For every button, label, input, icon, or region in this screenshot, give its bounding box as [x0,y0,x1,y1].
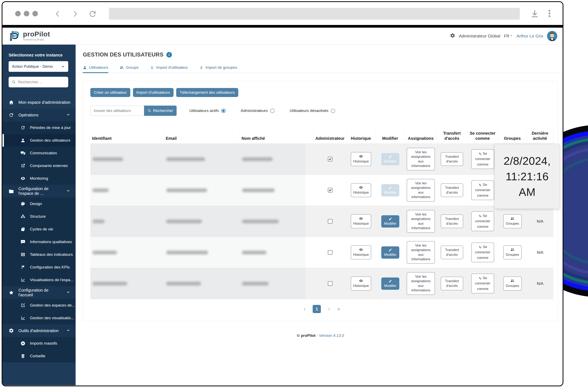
instance-select[interactable]: Action Publique - Demo [9,61,68,72]
blurred-nom-affiche [242,220,279,223]
se-connecter-comme-button[interactable]: Seconnectercomme [471,180,494,200]
sidebar-item-configuration-de-l-espace-de[interactable]: Configuration de l'espace de ... [2,185,75,197]
address-bar[interactable] [109,8,520,20]
admin-checkbox[interactable] [328,219,333,224]
sidebar-item-composants-externes[interactable]: Composants externes [2,160,75,172]
table-row: HistoriqueModifierVoir les assignations … [90,237,553,268]
pagination-prev[interactable]: ‹ [304,306,305,312]
assignations-button[interactable]: Voir les assignations aux informations [407,148,435,170]
tab-groups[interactable]: Groups [120,65,139,73]
forward-icon[interactable] [71,9,79,18]
modifier-button[interactable]: Modifier [381,277,399,290]
assignations-button[interactable]: Voir les assignations aux informations [407,210,435,232]
info-icon[interactable]: i [166,52,172,58]
eye-icon [21,176,25,181]
pagination-last[interactable]: » [337,306,340,312]
transfert-acces-button[interactable]: Transfert d'accès [441,246,463,259]
sidebar-item-cycles-de-vie[interactable]: Cycles de vie [2,223,75,235]
window-dot[interactable] [24,11,29,16]
sidebar-item-design[interactable]: Design [2,197,75,210]
sidebar-item-mon-espace-d-administration[interactable]: Mon espace d'administration [2,96,75,109]
radio-button[interactable] [331,109,335,113]
sidebar-item-corbeille[interactable]: Corbeille [2,350,75,362]
sidebar-item-op-rations[interactable]: Opérations [2,109,75,121]
filter-utilisateurs-actifs[interactable]: Utilisateurs actifs [189,108,225,113]
admin-checkbox[interactable] [328,250,333,255]
column-header-nom-affich-: Nom affiché [240,127,314,143]
historique-button[interactable]: Historique [351,245,371,259]
modifier-button[interactable]: Modifier [381,184,399,196]
modifier-button[interactable]: Modifier [381,246,399,259]
action-button-import-d-utilisateurs[interactable]: Import d'utilisateurs [133,88,174,97]
modifier-button[interactable]: Modifier [381,215,399,227]
se-connecter-comme-button[interactable]: Seconnectercomme [471,211,494,231]
sidebar-item-gestion-des-espaces-de[interactable]: Gestion des espaces de... [2,299,75,312]
download-icon[interactable] [530,9,540,19]
user-name[interactable]: Arthur Le Grix [516,33,543,38]
sidebar-item-label: Opérations [18,113,38,117]
historique-button[interactable]: Historique [351,276,371,290]
transfert-acces-button[interactable]: Transfert d'accès [441,152,463,166]
window-dot[interactable] [15,11,21,16]
pagination-next[interactable]: › [328,306,330,312]
kebab-menu-icon[interactable] [545,9,554,19]
sidebar-item-configuration-de-l-accueil[interactable]: Configuration de l'accueil [2,286,75,299]
admin-checkbox[interactable] [328,188,333,193]
sidebar-item-outils-d-administration[interactable]: Outils d'administration [2,324,75,337]
modifier-button[interactable]: Modifier [381,153,399,165]
transfert-acces-button[interactable]: Transfert d'accès [441,183,463,197]
sidebar-item-communication[interactable]: Communication [2,147,75,160]
sidebar-item-gestion-des-utilisateurs[interactable]: Gestion des utilisateurs [2,134,75,147]
search-button[interactable]: Rechercher [144,106,177,116]
refresh-icon[interactable] [88,9,97,18]
tab-import-d-utilisateur[interactable]: Import d'utilisateur [150,65,188,73]
tab-import-de-groupes[interactable]: Import de groupes [199,65,237,73]
language-selector[interactable]: FR [504,34,513,38]
admin-checkbox[interactable] [328,157,333,162]
assignations-button[interactable]: Voir les assignations aux informations [407,179,435,201]
sidebar-item-tableaux-des-indicateurs[interactable]: Tableaux des indicateurs [2,248,75,261]
blurred-identifiant [92,189,109,192]
se-connecter-comme-button[interactable]: Seconnectercomme [471,149,494,169]
sidebar-item-monitoring[interactable]: Monitoring [2,172,75,185]
pagination-current-page[interactable]: 1 [313,305,321,313]
find-users-input[interactable] [90,106,144,116]
groupes-button[interactable]: Groupes [503,214,521,228]
action-button-cr-er-un-utilisateur[interactable]: Créer un utilisateur [90,88,130,97]
transfert-acces-button[interactable]: Transfert d'accès [441,277,463,290]
search-row: Rechercher Utilisateurs actifsAdministra… [90,106,558,116]
se-connecter-comme-button[interactable]: Seconnectercomme [471,242,494,262]
filter-utilisateurs-d-sactiv-s[interactable]: Utilisateurs désactivés [290,108,335,113]
historique-button[interactable]: Historique [351,214,371,228]
assignations-button[interactable]: Voir les assignations aux informations [407,272,435,295]
last-activity-value: N/A [537,250,543,255]
historique-button[interactable]: Historique [351,183,371,197]
action-button-t-l-chargement-des-utilisateurs[interactable]: Téléchargement des utilisateurs [176,88,238,97]
sidebar-item-structure[interactable]: Structure [2,210,75,223]
transfert-acces-button[interactable]: Transfert d'accès [441,214,463,228]
se-connecter-comme-button[interactable]: Seconnectercomme [471,274,494,293]
sidebar-item-visualisations-de-l-espa[interactable]: Visualisations de l'espa... [2,274,75,286]
admin-checkbox[interactable] [328,281,333,286]
sidebar-item-label: Monitoring [30,176,48,181]
sidebar-item-informations-qualitatives[interactable]: Informations qualitatives [2,235,75,248]
column-header-se-connecter-comme: Se connecter comme [467,127,498,143]
blurred-email [166,220,202,223]
historique-button[interactable]: Historique [351,152,371,166]
avatar[interactable] [547,31,557,41]
sidebar-item-p-riodes-de-mise-jour[interactable]: Périodes de mise à jour [2,121,75,134]
radio-button[interactable] [221,109,225,113]
assignations-button[interactable]: Voir les assignations aux informations [407,241,435,263]
sidebar-item-configuration-des-kpis[interactable]: Configuration des KPIs [2,261,75,274]
sidebar-item-gestion-des-visualisatio[interactable]: Gestion des visualisatio... [2,312,75,324]
radio-button[interactable] [270,109,275,113]
sidebar-item-imports-massifs[interactable]: Imports massifs [2,337,75,350]
sidebar-search[interactable] [9,77,68,87]
window-dot[interactable] [32,11,38,16]
groupes-button[interactable]: Groupes [503,276,521,290]
groupes-button[interactable]: Groupes [503,245,521,259]
sidebar-search-input[interactable] [18,80,65,84]
back-icon[interactable] [53,9,62,18]
tab-utilisateurs[interactable]: Utilisateurs [83,65,108,73]
filter-administrateurs[interactable]: Administrateurs [241,108,275,113]
